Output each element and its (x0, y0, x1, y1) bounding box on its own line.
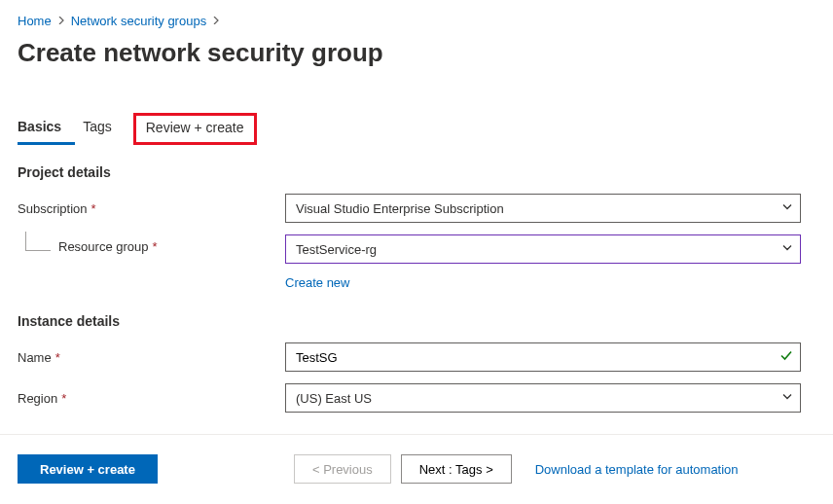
section-instance-details: Instance details (18, 313, 815, 329)
chevron-right-icon (57, 16, 65, 26)
tab-basics[interactable]: Basics (18, 113, 75, 145)
divider (0, 434, 833, 435)
required-icon: * (153, 239, 158, 254)
region-value: (US) East US (296, 391, 372, 406)
subscription-select[interactable]: Visual Studio Enterprise Subscription (285, 194, 801, 223)
resource-group-row: Resource group* TestService-rg (18, 234, 815, 264)
section-project-details: Project details (18, 164, 815, 180)
required-icon: * (55, 350, 60, 365)
tabs: Basics Tags Review + create (18, 113, 815, 145)
region-row: Region* (US) East US (18, 383, 815, 413)
resource-group-label: Resource group* (18, 239, 285, 259)
create-new-row: Create new (285, 270, 815, 290)
footer: Review + create < Previous Next : Tags >… (18, 454, 815, 484)
tree-line-icon (25, 232, 51, 251)
subscription-label: Subscription* (18, 201, 285, 216)
breadcrumb-nsg[interactable]: Network security groups (71, 14, 206, 28)
breadcrumb-home[interactable]: Home (18, 14, 52, 28)
chevron-down-icon (781, 391, 793, 406)
next-button[interactable]: Next : Tags > (401, 454, 512, 484)
check-icon (779, 349, 793, 366)
tab-review-create[interactable]: Review + create (133, 113, 257, 145)
page-title: Create network security group (18, 38, 815, 68)
subscription-row: Subscription* Visual Studio Enterprise S… (18, 194, 815, 223)
region-label: Region* (18, 391, 285, 406)
previous-button: < Previous (294, 454, 391, 484)
chevron-right-icon (212, 16, 220, 26)
name-row: Name* (18, 342, 815, 372)
tab-tags[interactable]: Tags (83, 113, 126, 145)
download-template-link[interactable]: Download a template for automation (535, 462, 739, 477)
chevron-down-icon (781, 242, 793, 257)
resource-group-value: TestService-rg (296, 242, 377, 257)
name-input[interactable] (285, 342, 801, 372)
subscription-value: Visual Studio Enterprise Subscription (296, 201, 504, 216)
breadcrumb: Home Network security groups (18, 14, 815, 28)
chevron-down-icon (781, 201, 793, 216)
review-create-button[interactable]: Review + create (18, 454, 158, 484)
required-icon: * (91, 201, 96, 216)
required-icon: * (61, 391, 66, 406)
region-select[interactable]: (US) East US (285, 383, 801, 413)
create-new-link[interactable]: Create new (285, 275, 349, 290)
resource-group-select[interactable]: TestService-rg (285, 234, 801, 264)
name-label: Name* (18, 350, 285, 365)
